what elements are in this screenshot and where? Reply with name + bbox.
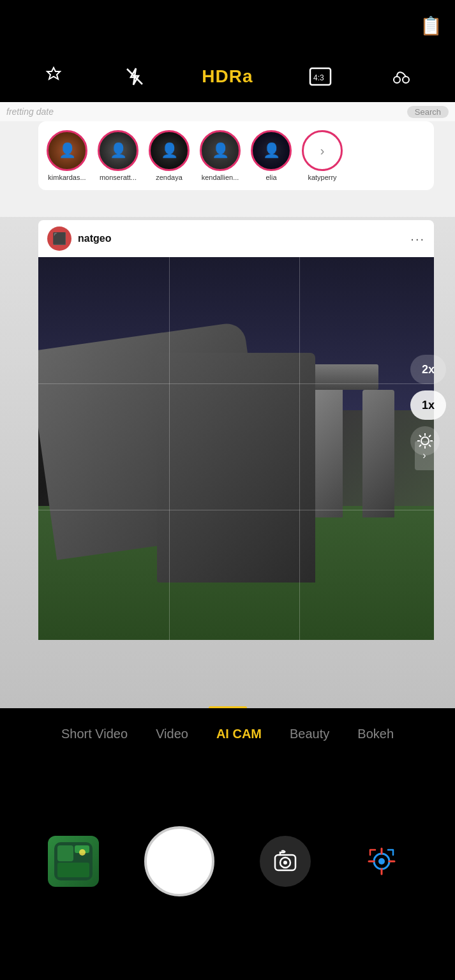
svg-point-24	[378, 858, 385, 865]
svg-marker-0	[47, 68, 60, 79]
gallery-thumbnail[interactable]	[48, 836, 99, 887]
story-avatar: 👤	[251, 130, 292, 171]
story-name: monseratt...	[100, 174, 137, 181]
story-name: katyperry	[308, 174, 336, 181]
bottom-safe-area	[0, 925, 455, 980]
story-name: kendallien...	[202, 174, 239, 181]
aspect-ratio-icon[interactable]: 4:3	[306, 63, 334, 91]
story-item[interactable]: › katyperry	[300, 130, 345, 181]
ig-post: ⬛ natgeo ···	[38, 220, 434, 640]
ai-mode-button[interactable]	[356, 836, 407, 887]
stories-row: 👤 kimkardas... 👤 monseratt... 👤 zendaya …	[38, 121, 434, 190]
status-icon: 📋	[420, 15, 442, 36]
shutter-inner	[149, 831, 209, 891]
story-item[interactable]: 👤 kimkardas...	[45, 130, 89, 181]
post-avatar: ⬛	[47, 226, 71, 251]
svg-text:4:3: 4:3	[313, 73, 324, 82]
mode-bokeh[interactable]: Bokeh	[343, 727, 408, 741]
story-item[interactable]: 👤 monseratt...	[96, 130, 140, 181]
hdr-label[interactable]: HDRa	[202, 66, 253, 87]
story-avatar: 👤	[98, 130, 138, 171]
zoom-2x-button[interactable]: 2x	[410, 355, 446, 384]
ig-header-text: fretting date	[6, 107, 54, 117]
svg-line-13	[429, 435, 431, 437]
svg-point-5	[403, 77, 409, 83]
story-item[interactable]: 👤 zendaya	[147, 130, 191, 181]
story-name: kimkardas...	[48, 174, 86, 181]
post-user: ⬛ natgeo	[47, 226, 111, 251]
story-name: elia	[265, 174, 276, 181]
settings-icon[interactable]	[40, 63, 68, 91]
post-header: ⬛ natgeo ···	[38, 220, 434, 257]
svg-line-14	[419, 445, 421, 447]
post-image: ›	[38, 257, 434, 640]
story-avatar: 👤	[47, 130, 87, 171]
mode-beauty[interactable]: Beauty	[276, 727, 343, 741]
macro-button[interactable]	[410, 426, 440, 456]
story-more-button[interactable]: ›	[302, 130, 343, 171]
story-item[interactable]: 👤 elia	[249, 130, 294, 181]
flash-icon[interactable]	[121, 63, 149, 91]
status-bar: 📋	[0, 0, 455, 51]
spacer	[0, 759, 455, 798]
mode-ai-cam[interactable]: AI CAM	[202, 727, 276, 741]
story-item[interactable]: 👤 kendallien...	[198, 130, 242, 181]
post-more-options[interactable]: ···	[410, 232, 425, 246]
foreground-rock	[157, 353, 315, 583]
mode-selector: Short Video Video AI CAM Beauty Bokeh	[0, 708, 455, 759]
post-username: natgeo	[78, 233, 111, 244]
story-avatar: 👤	[149, 130, 190, 171]
zoom-1x-button[interactable]: 1x	[410, 390, 446, 420]
viewfinder[interactable]: fretting date Search 👤 kimkardas... 👤 mo…	[0, 102, 455, 708]
svg-point-22	[283, 861, 287, 865]
search-bar[interactable]: Search	[407, 106, 449, 118]
stone	[362, 390, 394, 517]
bottom-controls	[0, 798, 455, 925]
zoom-controls: 2x 1x	[410, 355, 446, 456]
top-toolbar: HDRa 4:3	[0, 51, 455, 102]
svg-line-11	[419, 435, 421, 437]
story-avatar: 👤	[200, 130, 241, 171]
shutter-button[interactable]	[144, 826, 214, 896]
more-icon[interactable]	[387, 63, 415, 91]
story-name: zendaya	[156, 174, 183, 181]
svg-line-12	[429, 445, 431, 447]
mode-video[interactable]: Video	[142, 727, 202, 741]
svg-rect-18	[57, 863, 89, 877]
svg-point-19	[79, 849, 86, 856]
mode-short-video[interactable]: Short Video	[47, 727, 142, 741]
svg-rect-16	[57, 845, 73, 861]
svg-point-6	[421, 437, 429, 445]
flip-camera-button[interactable]	[260, 836, 311, 887]
svg-point-4	[394, 77, 400, 83]
